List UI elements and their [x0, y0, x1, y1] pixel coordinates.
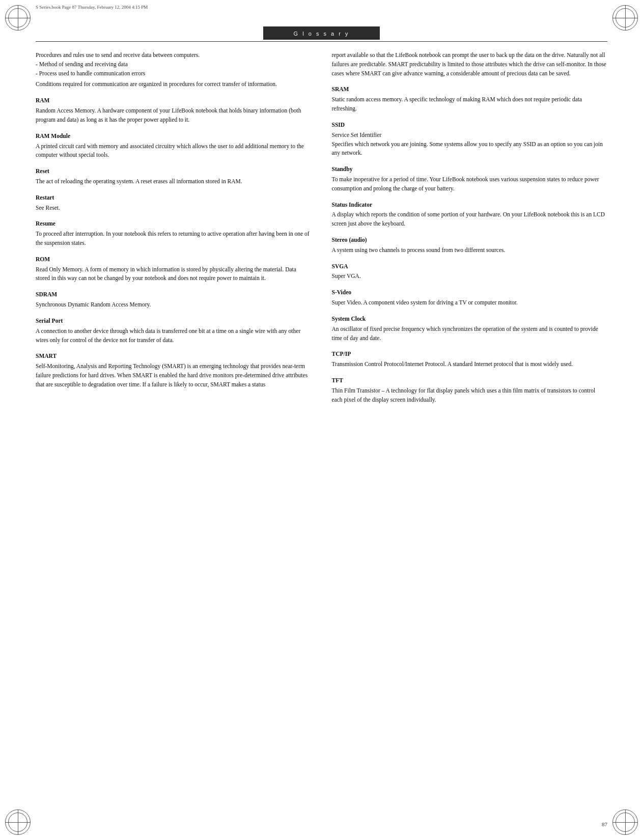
- def-stereo: A system using two channels to process s…: [332, 247, 506, 253]
- entry-sram: SRAM Static random access memory. A spec…: [332, 85, 608, 113]
- term-svideo: S-Video: [332, 288, 608, 297]
- def-sdram: Synchronous Dynamic Random Access Memory…: [36, 301, 151, 307]
- entry-system-clock: System Clock An oscillator of fixed prec…: [332, 315, 608, 343]
- main-content: Procedures and rules use to send and rec…: [36, 51, 607, 815]
- entry-tcpip: TCP/IP Transmission Control Protocol/Int…: [332, 350, 608, 369]
- def-resume: To proceed after interruption. In your n…: [36, 231, 310, 246]
- intro-bullets: - Method of sending and receiving data -…: [36, 60, 312, 78]
- entry-ram: RAM Random Access Memory. A hardware com…: [36, 96, 312, 124]
- entry-standby: Standby To make inoperative for a period…: [332, 165, 608, 193]
- term-resume: Resume: [36, 219, 312, 229]
- def-ssid-2: Specifies which network you are joining.…: [332, 140, 608, 158]
- page-number: 87: [602, 821, 607, 827]
- intro-entry: Procedures and rules use to send and rec…: [36, 51, 312, 89]
- entry-stereo: Stereo (audio) A system using two channe…: [332, 236, 608, 255]
- entry-ram-module: RAM Module A printed circuit card with m…: [36, 132, 312, 160]
- corner-decoration-bl: [3, 807, 33, 837]
- def-ram-module: A printed circuit card with memory and a…: [36, 143, 304, 158]
- page-title: G l o s s a r y: [294, 31, 350, 37]
- def-sram: Static random access memory. A specific …: [332, 96, 582, 111]
- entry-sdram: SDRAM Synchronous Dynamic Random Access …: [36, 290, 312, 310]
- def-status-indicator: A display which reports the condition of…: [332, 211, 605, 227]
- def-smart-continuation: report available so that the LifeBook no…: [332, 52, 606, 76]
- term-serial-port: Serial Port: [36, 317, 312, 326]
- title-bar-background: G l o s s a r y: [263, 26, 380, 40]
- term-smart: SMART: [36, 352, 312, 361]
- term-ram: RAM: [36, 96, 312, 105]
- term-stereo: Stereo (audio): [332, 236, 608, 245]
- ssid-service-set: Service Set Identifier: [332, 132, 382, 138]
- title-divider: [36, 41, 607, 42]
- entry-resume: Resume To proceed after interruption. In…: [36, 219, 312, 247]
- bullet-1: - Method of sending and receiving data: [36, 60, 312, 69]
- entry-reset: Reset The act of reloading the operating…: [36, 167, 312, 186]
- term-sram: SRAM: [332, 85, 608, 94]
- entry-smart-continuation: report available so that the LifeBook no…: [332, 51, 608, 78]
- def-tft: Thin Film Transistor – A technology for …: [332, 387, 596, 403]
- header-bar: S Series.book Page 87 Thursday, February…: [0, 0, 643, 14]
- def-system-clock: An oscillator of fixed precise frequency…: [332, 326, 598, 341]
- term-rom: ROM: [36, 255, 312, 264]
- def-serial-port: A connection to another device through w…: [36, 328, 300, 343]
- term-ram-module: RAM Module: [36, 132, 312, 141]
- intro-text: Procedures and rules use to send and rec…: [36, 52, 200, 58]
- term-tcpip: TCP/IP: [332, 350, 608, 359]
- ssid-specifies: Specifies which network you are joining.…: [332, 141, 603, 156]
- entry-tft: TFT Thin Film Transistor – A technology …: [332, 376, 608, 404]
- filename-label: S Series.book Page 87 Thursday, February…: [36, 5, 148, 10]
- def-reset: The act of reloading the operating syste…: [36, 178, 242, 184]
- entry-serial-port: Serial Port A connection to another devi…: [36, 317, 312, 345]
- left-column: Procedures and rules use to send and rec…: [36, 51, 312, 815]
- def-rom: Read Only Memory. A form of memory in wh…: [36, 266, 296, 282]
- intro-continuation: Conditions required for communication ar…: [36, 81, 277, 87]
- term-standby: Standby: [332, 165, 608, 174]
- entry-rom: ROM Read Only Memory. A form of memory i…: [36, 255, 312, 283]
- term-tft: TFT: [332, 376, 608, 385]
- def-smart: Self-Monitoring, Analysis and Reporting …: [36, 363, 307, 387]
- term-status-indicator: Status Indicator: [332, 201, 608, 210]
- entry-svideo: S-Video Super Video. A component video s…: [332, 288, 608, 307]
- term-restart: Restart: [36, 193, 312, 203]
- term-svga: SVGA: [332, 262, 608, 271]
- corner-decoration-br: [610, 807, 640, 837]
- entry-smart: SMART Self-Monitoring, Analysis and Repo…: [36, 352, 312, 389]
- title-bar: G l o s s a r y: [0, 26, 643, 40]
- term-system-clock: System Clock: [332, 315, 608, 324]
- def-ssid-1: Service Set Identifier: [332, 131, 608, 140]
- def-svideo: Super Video. A component video system fo…: [332, 299, 518, 305]
- def-restart: See Reset.: [36, 205, 60, 211]
- entry-svga: SVGA Super VGA.: [332, 262, 608, 282]
- def-standby: To make inoperative for a period of time…: [332, 176, 599, 191]
- def-tcpip: Transmission Control Protocol/Internet P…: [332, 361, 573, 367]
- page: S Series.book Page 87 Thursday, February…: [0, 0, 643, 840]
- def-ram: Random Access Memory. A hardware compone…: [36, 107, 301, 123]
- def-svga: Super VGA.: [332, 273, 361, 279]
- term-sdram: SDRAM: [36, 290, 312, 299]
- entry-status-indicator: Status Indicator A display which reports…: [332, 201, 608, 229]
- right-column: report available so that the LifeBook no…: [332, 51, 608, 815]
- entry-ssid: SSID Service Set Identifier Specifies wh…: [332, 121, 608, 158]
- entry-restart: Restart See Reset.: [36, 193, 312, 213]
- term-ssid: SSID: [332, 121, 608, 130]
- term-reset: Reset: [36, 167, 312, 176]
- bullet-2: - Process used to handle communication e…: [36, 69, 312, 78]
